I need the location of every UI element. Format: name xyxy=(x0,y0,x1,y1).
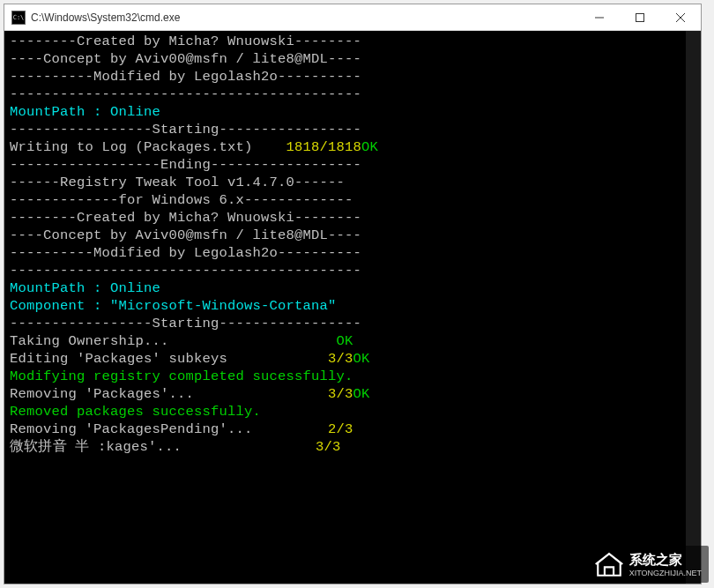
output-line: -----------------Starting---------------… xyxy=(10,315,695,332)
output-line: --------Created by Micha? Wnuowski------… xyxy=(10,209,695,227)
output-line: Removing 'PackagesPending'... 2/3 xyxy=(10,421,695,438)
watermark-title: 系统之家 xyxy=(629,552,702,569)
output-line: Writing to Log (Packages.txt) 1818/1818O… xyxy=(10,138,695,156)
output-line: -----------------Starting---------------… xyxy=(10,121,695,138)
cmd-window: C:\Windows\System32\cmd.exe --------Crea… xyxy=(4,4,702,584)
output-line: ----------Modified by Legolash2o--------… xyxy=(10,244,695,262)
output-line: ------Registry Tweak Tool v1.4.7.0------ xyxy=(10,174,695,191)
scrollbar[interactable] xyxy=(686,31,701,584)
cmd-icon xyxy=(11,11,26,25)
output-line: ------------------Ending----------------… xyxy=(10,156,695,174)
terminal-output[interactable]: --------Created by Micha? Wnuowski------… xyxy=(4,31,701,584)
output-line: ----------Modified by Legolash2o--------… xyxy=(10,68,695,86)
output-line: ----------------------------------------… xyxy=(10,86,695,103)
svg-rect-1 xyxy=(636,13,644,21)
output-line: Removing 'Packages'... 3/3OK xyxy=(10,385,695,403)
titlebar[interactable]: C:\Windows\System32\cmd.exe xyxy=(4,4,701,31)
output-line: Editing 'Packages' subkeys 3/3OK xyxy=(10,350,695,368)
watermark: 系统之家 XITONGZHIJIA.NET xyxy=(587,546,709,583)
output-line: ----------------------------------------… xyxy=(10,262,695,279)
output-line: ----Concept by Aviv00@msfn / lite8@MDL--… xyxy=(10,50,695,68)
output-line: 微软拼音 半 :kages'... 3/3 xyxy=(10,438,695,456)
window-title: C:\Windows\System32\cmd.exe xyxy=(31,11,180,24)
output-line: --------Created by Micha? Wnuowski------… xyxy=(10,33,695,50)
output-line: Modifying registry completed sucessfully… xyxy=(10,368,695,385)
house-icon xyxy=(594,549,624,579)
output-line: -------------for Windows 6.x------------… xyxy=(10,191,695,209)
output-line: ----Concept by Aviv00@msfn / lite8@MDL--… xyxy=(10,227,695,244)
output-line: Removed packages successfully. xyxy=(10,403,695,421)
watermark-url: XITONGZHIJIA.NET xyxy=(629,569,702,577)
output-line: MountPath : Online xyxy=(10,103,695,121)
maximize-button[interactable] xyxy=(620,4,660,31)
output-line: MountPath : Online xyxy=(10,279,695,297)
close-button[interactable] xyxy=(660,4,701,31)
output-line: Component : "Microsoft-Windows-Cortana" xyxy=(10,297,695,315)
output-line: Taking Ownership... OK xyxy=(10,332,695,350)
watermark-text: 系统之家 XITONGZHIJIA.NET xyxy=(629,552,702,577)
titlebar-controls xyxy=(579,4,701,31)
minimize-button[interactable] xyxy=(579,4,620,31)
